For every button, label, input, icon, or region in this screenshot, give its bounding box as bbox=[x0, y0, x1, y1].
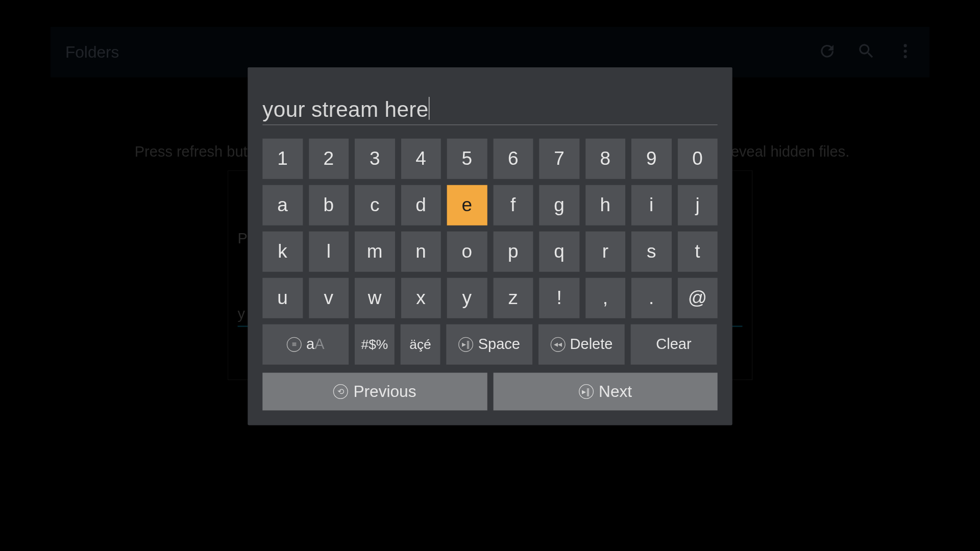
accents-key[interactable]: äçé bbox=[401, 324, 440, 365]
text-input-display[interactable]: your stream here bbox=[262, 97, 717, 125]
key-o[interactable]: o bbox=[447, 232, 487, 272]
key-x[interactable]: x bbox=[401, 278, 440, 318]
key-l[interactable]: l bbox=[309, 232, 349, 272]
previous-button[interactable]: ⟲ Previous bbox=[262, 373, 487, 411]
key-@[interactable]: @ bbox=[677, 278, 717, 318]
key-c[interactable]: c bbox=[355, 185, 395, 226]
hint-right: eveal hidden files. bbox=[731, 143, 849, 160]
clear-key[interactable]: Clear bbox=[631, 324, 717, 365]
key-g[interactable]: g bbox=[539, 185, 579, 226]
key-6[interactable]: 6 bbox=[493, 139, 533, 179]
key-y[interactable]: y bbox=[447, 278, 487, 318]
space-key[interactable]: ▸‖ Space bbox=[446, 324, 532, 365]
key-d[interactable]: d bbox=[401, 185, 440, 226]
key-s[interactable]: s bbox=[631, 232, 671, 272]
accents-label: äçé bbox=[409, 337, 431, 352]
key-f[interactable]: f bbox=[493, 185, 533, 226]
key-e[interactable]: e bbox=[447, 185, 487, 226]
key-j[interactable]: j bbox=[677, 185, 717, 226]
key-2[interactable]: 2 bbox=[309, 139, 349, 179]
case-lower: a bbox=[306, 336, 314, 353]
delete-label: Delete bbox=[570, 336, 613, 353]
key-1[interactable]: 1 bbox=[262, 139, 302, 179]
prev-circle-icon: ⟲ bbox=[333, 384, 348, 399]
key-z[interactable]: z bbox=[493, 278, 533, 318]
key-h[interactable]: h bbox=[585, 185, 625, 226]
app-bar-title: Folders bbox=[65, 43, 119, 62]
key-,[interactable]: , bbox=[585, 278, 625, 318]
key-5[interactable]: 5 bbox=[447, 139, 487, 179]
key-m[interactable]: m bbox=[355, 232, 395, 272]
play-pause-circle-icon: ▸‖ bbox=[458, 337, 473, 352]
key-w[interactable]: w bbox=[355, 278, 395, 318]
keyboard-modal: your stream here 1234567890abcdefghijklm… bbox=[248, 67, 732, 425]
text-caret bbox=[429, 97, 429, 120]
key-r[interactable]: r bbox=[585, 232, 625, 272]
key-n[interactable]: n bbox=[401, 232, 440, 272]
previous-label: Previous bbox=[353, 382, 416, 401]
symbols-key[interactable]: #$% bbox=[355, 324, 395, 365]
hint-left: Press refresh butt bbox=[135, 143, 252, 160]
next-circle-icon: ▸‖ bbox=[579, 384, 594, 399]
case-upper: A bbox=[314, 336, 324, 353]
next-label: Next bbox=[599, 382, 632, 401]
more-icon[interactable] bbox=[896, 41, 915, 63]
key-u[interactable]: u bbox=[262, 278, 302, 318]
key-3[interactable]: 3 bbox=[355, 139, 395, 179]
symbols-label: #$% bbox=[361, 337, 388, 352]
key-4[interactable]: 4 bbox=[401, 139, 440, 179]
key-![interactable]: ! bbox=[539, 278, 579, 318]
case-toggle-key[interactable]: ≡ aA bbox=[262, 324, 349, 365]
rewind-circle-icon: ◂◂ bbox=[550, 337, 565, 352]
clear-label: Clear bbox=[656, 336, 691, 353]
input-value: your stream here bbox=[262, 97, 428, 121]
menu-circle-icon: ≡ bbox=[287, 337, 302, 352]
key-9[interactable]: 9 bbox=[631, 139, 671, 179]
key-k[interactable]: k bbox=[262, 232, 302, 272]
key-t[interactable]: t bbox=[677, 232, 717, 272]
keyboard-grid: 1234567890abcdefghijklmnopqrstuvwxyz!,.@ bbox=[262, 139, 717, 318]
key-i[interactable]: i bbox=[631, 185, 671, 226]
key-a[interactable]: a bbox=[262, 185, 302, 226]
key-v[interactable]: v bbox=[309, 278, 349, 318]
space-label: Space bbox=[478, 336, 520, 353]
key-q[interactable]: q bbox=[539, 232, 579, 272]
next-button[interactable]: ▸‖ Next bbox=[493, 373, 718, 411]
key-8[interactable]: 8 bbox=[585, 139, 625, 179]
key-p[interactable]: p bbox=[493, 232, 533, 272]
refresh-icon[interactable] bbox=[818, 41, 837, 63]
key-.[interactable]: . bbox=[631, 278, 671, 318]
key-7[interactable]: 7 bbox=[539, 139, 579, 179]
delete-key[interactable]: ◂◂ Delete bbox=[538, 324, 625, 365]
key-b[interactable]: b bbox=[309, 185, 349, 226]
key-0[interactable]: 0 bbox=[677, 139, 717, 179]
search-icon[interactable] bbox=[857, 41, 876, 63]
